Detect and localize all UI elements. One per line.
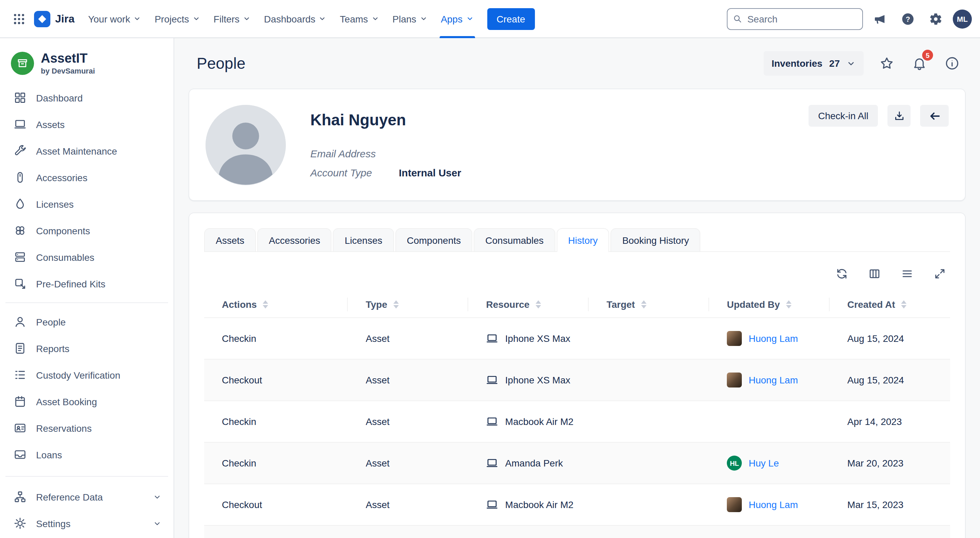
app-byline: by DevSamurai [41,67,95,75]
tab-consumables[interactable]: Consumables [474,228,555,251]
nav-item-plans[interactable]: Plans [385,0,434,38]
info-button[interactable] [943,54,962,73]
cell-updated-by: HLHuy Le [709,442,830,484]
sidebar-item-pre-defined-kits[interactable]: Pre-Defined Kits [0,270,173,297]
app-header: AssetIT by DevSamurai [0,48,173,85]
tab-history[interactable]: History [557,228,609,251]
check-in-all-button[interactable]: Check-in All [808,105,878,127]
sidebar-item-consumables[interactable]: Consumables [0,244,173,270]
email-label: Email Address [310,148,399,160]
cell-resource: Iphone XS Max [469,359,589,401]
sidebar-item-licenses[interactable]: Licenses [0,191,173,217]
chevron-down-icon [134,15,141,22]
table-row[interactable]: Checkin Asset Macbook Air M2 Apr 14, 202… [204,401,950,442]
sidebar-item-assets[interactable]: Assets [0,111,173,137]
app-switcher-button[interactable] [8,8,30,30]
inventories-dropdown[interactable]: Inventories 27 [763,51,864,76]
sidebar-item-dashboard[interactable]: Dashboard [0,85,173,111]
profile-name: Khai Nguyen [310,111,461,129]
sidebar-item-reservations[interactable]: Reservations [0,415,173,441]
table-row[interactable]: Checkout Asset Iphone XS Max Huong Lam A… [204,359,950,401]
export-button[interactable] [888,105,911,127]
sort-icon[interactable] [393,300,399,308]
sidebar-item-reference-data[interactable]: Reference Data [0,484,173,510]
tab-assets[interactable]: Assets [204,228,256,251]
density-button[interactable] [900,266,915,281]
nav-item-your-work[interactable]: Your work [81,0,148,38]
cell-created-at: Mar 20, 2023 [830,442,950,484]
table-row[interactable]: Checkin Asset Amanda Perk HLHuy Le Mar 2… [204,442,950,484]
assets-icon [14,118,27,131]
column-settings-button[interactable] [867,266,882,281]
user-link[interactable]: Huong Lam [749,333,798,344]
sort-icon[interactable] [536,300,541,308]
sidebar-item-reports[interactable]: Reports [0,335,173,362]
jira-logo[interactable]: Jira [34,11,75,27]
nav-item-filters[interactable]: Filters [207,0,257,38]
fullscreen-button[interactable] [932,266,947,281]
sidebar-divider [5,476,168,477]
sidebar-item-asset-booking[interactable]: Asset Booking [0,388,173,415]
column-header-actions[interactable]: Actions [204,292,348,318]
sidebar-item-custody-verification[interactable]: Custody Verification [0,362,173,388]
back-button[interactable] [920,105,949,127]
column-header-type[interactable]: Type [348,292,469,318]
sidebar-item-accessories[interactable]: Accessories [0,164,173,191]
user-avatar [727,372,742,388]
sidebar-item-settings[interactable]: Settings [0,510,173,536]
reference-data-icon [14,490,27,503]
notifications-button[interactable]: 5 [910,54,929,73]
column-header-updated-by[interactable]: Updated By [709,292,830,318]
nav-item-apps[interactable]: Apps [434,0,480,38]
table-row[interactable]: Checkout Asset Macbook Air M2 Huong Lam … [204,484,950,525]
sort-icon[interactable] [786,300,791,308]
chevron-down-icon [192,15,200,22]
sidebar-item-loans[interactable]: Loans [0,441,173,468]
cell-action: Checkin [204,318,348,359]
search-input[interactable] [746,13,857,25]
custody-icon [14,369,27,382]
cell-action: Checkin [204,401,348,442]
lines-icon [901,268,913,280]
sidebar-item-components[interactable]: Components [0,217,173,244]
user-link[interactable]: Huong Lam [749,499,798,510]
create-button[interactable]: Create [487,8,535,30]
help-button[interactable]: ? [897,8,919,30]
inventories-count: 27 [829,58,840,69]
user-link[interactable]: Huy Le [749,458,779,469]
chevron-down-icon [466,15,473,22]
expand-icon [934,268,946,280]
nav-item-teams[interactable]: Teams [333,0,385,38]
profile-avatar-button[interactable]: ML [953,9,972,28]
sort-icon[interactable] [901,300,907,308]
laptop-icon [486,374,498,386]
tab-booking-history[interactable]: Booking History [611,228,701,251]
page-title: People [197,54,245,72]
sidebar-item-asset-maintenance[interactable]: Asset Maintenance [0,137,173,164]
column-header-created-at[interactable]: Created At [830,292,950,318]
column-header-resource[interactable]: Resource [469,292,589,318]
sort-icon[interactable] [263,300,269,308]
table-row[interactable]: Checkin Asset Iphone XS Max Huong Lam Au… [204,318,950,359]
kits-icon [14,277,27,290]
tab-accessories[interactable]: Accessories [257,228,332,251]
nav-item-dashboards[interactable]: Dashboards [257,0,333,38]
column-header-target[interactable]: Target [589,292,709,318]
user-link[interactable]: Huong Lam [749,375,798,385]
profile-photo [205,105,286,185]
favorite-button[interactable] [877,54,896,73]
nav-item-projects[interactable]: Projects [148,0,207,38]
tab-components[interactable]: Components [395,228,473,251]
sort-icon[interactable] [641,300,646,308]
arrow-left-icon [928,109,941,122]
cell-resource: Macbook Air M2 [469,401,589,442]
announcements-button[interactable] [869,8,891,30]
sidebar-item-people[interactable]: People [0,308,173,335]
settings-button[interactable] [925,8,947,30]
search-box[interactable] [727,8,863,30]
refresh-button[interactable] [834,266,850,281]
chevron-down-icon [243,15,250,22]
cell-type: Asset [348,318,469,359]
cell-type: Asset [348,359,469,401]
tab-licenses[interactable]: Licenses [333,228,394,251]
